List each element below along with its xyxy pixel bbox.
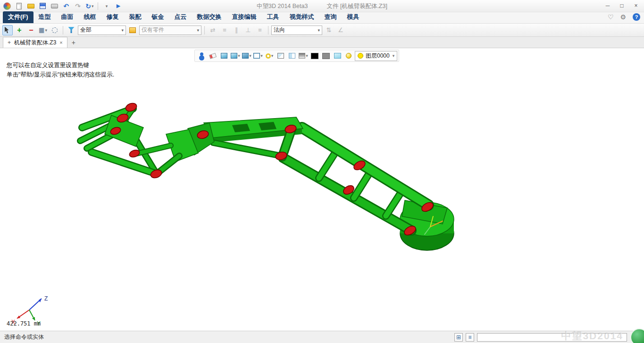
selection-toolbar: + − ▦▾ 全部▾ 仅有零件▾ ⇄ ≡ ∥ ⊥ ≡ 法向▾ ⇅ ∠	[0, 24, 644, 37]
minimize-button[interactable]: ─	[601, 0, 615, 11]
new-tab-button[interactable]: +	[67, 37, 80, 48]
undo-icon[interactable]: ↶	[61, 1, 71, 11]
list-tool-icon[interactable]: ≡	[219, 25, 230, 35]
tab-sheetmetal[interactable]: 钣金	[147, 11, 169, 23]
status-right: ⊞ ≡	[454, 331, 627, 343]
stack-tool-icon[interactable]: ≡	[255, 25, 265, 35]
filter-icon[interactable]	[66, 25, 76, 35]
help-icon[interactable]: ?	[633, 13, 640, 21]
align-tool-icon[interactable]: ⇄	[208, 25, 218, 35]
tab-pointcloud[interactable]: 点云	[169, 11, 192, 23]
parallel-tool-icon[interactable]: ∥	[231, 25, 242, 35]
coordinate-readout-icon[interactable]: ⊞	[454, 333, 463, 342]
watermark-logo-icon	[630, 328, 644, 343]
ribbon-right-icons: ♡ ⚙ ?	[608, 13, 640, 21]
ribbon-tab-bar: 文件(F) 造型 曲面 线框 修复 装配 钣金 点云 数据交换 直接编辑 工具 …	[0, 12, 644, 24]
separator	[268, 26, 268, 34]
part-filter-icon[interactable]	[127, 25, 138, 35]
viewport[interactable]: 您可以在自定义设置里设置热键 单击"帮助/显示提示"按钮来取消这些提示. ▾ ▾…	[0, 48, 644, 331]
document-tab-bar: + 机械臂装配体.Z3 × +	[0, 37, 644, 48]
customize-qat-icon[interactable]: ▾	[101, 1, 112, 11]
tab-visual-style[interactable]: 视觉样式	[284, 11, 319, 23]
redo-icon[interactable]: ↷	[73, 1, 83, 11]
measurement-readout: 422.751 mm	[7, 320, 41, 327]
pick-tool-icon[interactable]	[2, 25, 13, 35]
print-icon[interactable]	[49, 1, 59, 11]
part-filter-combo[interactable]: 仅有零件▾	[139, 26, 201, 35]
open-file-icon[interactable]	[25, 1, 36, 11]
document-tab[interactable]: + 机械臂装配体.Z3 ×	[3, 37, 67, 48]
gear-icon[interactable]: ⚙	[620, 13, 626, 21]
command-input[interactable]	[477, 333, 627, 342]
document-tab-label: 机械臂装配体.Z3	[14, 39, 56, 47]
separator	[98, 2, 98, 10]
tab-inquire[interactable]: 查询	[319, 11, 342, 23]
lasso-select-icon[interactable]	[50, 25, 60, 35]
tab-file[interactable]: 文件(F)	[3, 11, 33, 23]
separator	[204, 26, 205, 34]
entity-filter-combo[interactable]: 全部▾	[78, 26, 126, 35]
tab-data-exchange[interactable]: 数据交换	[192, 11, 227, 23]
normal-mode-combo[interactable]: 法向▾	[271, 26, 322, 35]
app-logo-icon[interactable]	[2, 1, 12, 11]
robot-arm-model[interactable]	[0, 48, 644, 331]
triad-z-label: Z	[44, 295, 48, 302]
tab-mold[interactable]: 模具	[342, 11, 365, 23]
favorite-icon[interactable]: ♡	[608, 13, 614, 21]
new-file-icon[interactable]	[14, 1, 24, 11]
save-icon[interactable]	[37, 1, 48, 11]
tab-assembly[interactable]: 装配	[124, 11, 147, 23]
tab-repair[interactable]: 修复	[101, 11, 124, 23]
pick-grid-icon[interactable]: ▦▾	[38, 25, 48, 35]
add-selection-icon[interactable]: +	[14, 25, 25, 35]
document-title: 文件 [机械臂装配体.Z3]	[326, 2, 387, 10]
tab-wireframe[interactable]: 线框	[79, 11, 101, 23]
title-bar: ↶ ↷ ↻▾ ▾ ▶ 中望3D 2014 Beta3 文件 [机械臂装配体.Z3…	[0, 0, 644, 12]
app-title: 中望3D 2014 Beta3	[257, 2, 308, 10]
remove-selection-icon[interactable]: −	[26, 25, 36, 35]
quick-access-toolbar: ↶ ↷ ↻▾ ▾ ▶	[0, 1, 124, 11]
close-button[interactable]: ×	[629, 0, 643, 11]
maximize-button[interactable]: □	[615, 0, 629, 11]
tab-close-icon[interactable]: ×	[59, 40, 62, 45]
window-controls: ─ □ ×	[601, 0, 643, 12]
tab-pin-icon: +	[8, 39, 11, 46]
angle-tool-icon[interactable]: ∠	[335, 25, 346, 35]
tab-direct-edit[interactable]: 直接编辑	[227, 11, 262, 23]
tab-surface[interactable]: 曲面	[56, 11, 79, 23]
status-bar: 选择命令或实体 ⊞ ≡ 中望3D2014	[0, 331, 644, 343]
play-icon[interactable]: ▶	[113, 1, 124, 11]
perpendicular-tool-icon[interactable]: ⊥	[243, 25, 253, 35]
tab-tools[interactable]: 工具	[262, 11, 284, 23]
regenerate-icon[interactable]: ↻▾	[84, 1, 95, 11]
tab-shape[interactable]: 造型	[33, 11, 56, 23]
output-log-icon[interactable]: ≡	[466, 333, 474, 342]
swap-tool-icon[interactable]: ⇅	[324, 25, 334, 35]
status-message: 选择命令或实体	[4, 333, 44, 341]
zw3d-window: ↶ ↷ ↻▾ ▾ ▶ 中望3D 2014 Beta3 文件 [机械臂装配体.Z3…	[0, 0, 644, 343]
separator	[63, 26, 63, 34]
